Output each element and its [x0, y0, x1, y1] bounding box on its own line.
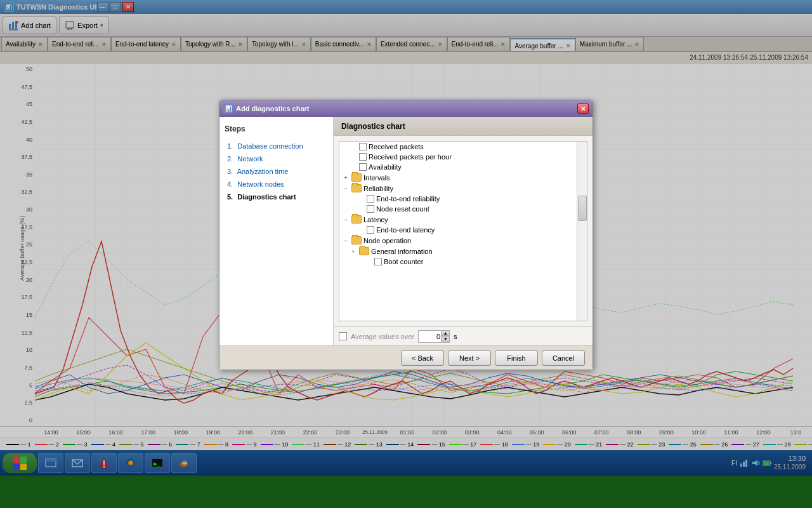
tree-label: Received packets per hour	[369, 153, 452, 161]
steps-panel: Steps 1. Database connection 2. Network …	[219, 117, 334, 345]
step-network-nodes[interactable]: 4. Network nodes	[225, 178, 328, 190]
tree-label: Intervals	[363, 174, 390, 182]
tree-node-end-to-end-reliability[interactable]: End-to-end reliability	[339, 194, 587, 204]
tree-checkbox-end-to-end-latency[interactable]	[367, 226, 374, 234]
tree-label: End-to-end reliability	[376, 195, 440, 203]
step-diagnostics-chart[interactable]: 5. Diagnostics chart	[225, 190, 328, 203]
folder-icon-node-operation	[351, 236, 362, 244]
content-panel: Diagnostics chart Received packets Recei…	[334, 117, 593, 345]
tree-checkbox-end-to-end-reliability[interactable]	[367, 195, 374, 203]
step-label: Diagnostics chart	[237, 193, 296, 201]
folder-icon-intervals	[351, 173, 362, 182]
modal-overlay: 📊 Add diagnostics chart ✕ Steps 1. Datab…	[0, 0, 812, 508]
step-label: Analyzation time	[237, 168, 289, 175]
tree-spacer	[357, 195, 365, 203]
tree-node-intervals[interactable]: + Intervals	[339, 172, 587, 183]
tree-spacer	[357, 226, 365, 234]
tree-node-received-packets-per-hour[interactable]: Received packets per hour	[339, 152, 587, 162]
cancel-button[interactable]: Cancel	[542, 351, 585, 366]
dialog-icon: 📊	[223, 104, 233, 114]
avg-unit-label: s	[454, 333, 457, 340]
scrollbar-thumb[interactable]	[578, 196, 587, 221]
tree-checkbox-boot-counter[interactable]	[374, 258, 382, 265]
tree-scrollbar[interactable]	[577, 142, 587, 321]
average-values-row: Average values over ▲ ▼ s	[334, 326, 593, 345]
tree-label: Boot counter	[384, 258, 423, 265]
tree-toggle-general-info[interactable]: +	[350, 248, 357, 255]
tree-checkbox-received-packets[interactable]	[359, 143, 367, 150]
folder-icon-reliability	[351, 184, 362, 192]
tree-label: Availability	[369, 163, 402, 171]
tree-checkbox-availability[interactable]	[359, 163, 367, 171]
step-label: Network nodes	[237, 180, 284, 188]
tree-node-boot-counter[interactable]: Boot counter	[339, 257, 587, 267]
content-panel-header: Diagnostics chart	[334, 117, 593, 136]
tree-node-latency[interactable]: − Latency	[339, 214, 587, 225]
tree-toggle-latency[interactable]: −	[342, 216, 350, 224]
tree-label: Received packets	[369, 143, 424, 150]
spin-down-button[interactable]: ▼	[441, 336, 450, 342]
tree-node-reliability[interactable]: − Reliability	[339, 183, 587, 194]
folder-icon-general-information	[359, 247, 369, 255]
step-network[interactable]: 2. Network	[225, 152, 328, 165]
step-label: Database connection	[237, 142, 303, 150]
tree-spacer	[350, 163, 357, 171]
diagnostics-tree[interactable]: Received packets Received packets per ho…	[339, 141, 587, 321]
tree-node-general-information[interactable]: + General information	[339, 246, 587, 257]
avg-values-checkbox[interactable]	[339, 332, 347, 340]
next-button[interactable]: Next >	[448, 351, 491, 366]
avg-spinner[interactable]: ▲ ▼	[441, 330, 450, 343]
step-database-connection[interactable]: 1. Database connection	[225, 140, 328, 152]
tree-label: Reliability	[363, 185, 393, 192]
tree-label: General information	[371, 248, 433, 255]
tree-spacer	[365, 258, 372, 265]
step-label: Network	[237, 155, 263, 163]
steps-header: Steps	[225, 124, 328, 133]
finish-button[interactable]: Finish	[495, 351, 538, 366]
tree-label: End-to-end latency	[376, 226, 435, 234]
tree-checkbox-received-packets-per-hour[interactable]	[359, 153, 367, 161]
folder-icon-latency	[351, 215, 362, 224]
tree-node-node-reset-count[interactable]: Node reset count	[339, 204, 587, 214]
tree-node-end-to-end-latency[interactable]: End-to-end latency	[339, 225, 587, 235]
tree-toggle-reliability[interactable]: −	[342, 185, 350, 192]
tree-node-node-operation[interactable]: − Node operation	[339, 235, 587, 246]
dialog-body: Steps 1. Database connection 2. Network …	[219, 117, 593, 345]
dialog-title: Add diagnostics chart	[236, 105, 310, 112]
avg-values-label: Average values over	[351, 333, 414, 340]
dialog-close-button[interactable]: ✕	[577, 104, 589, 114]
tree-node-received-packets[interactable]: Received packets	[339, 142, 587, 152]
add-diagnostics-dialog: 📊 Add diagnostics chart ✕ Steps 1. Datab…	[219, 100, 593, 370]
tree-spacer	[357, 205, 365, 213]
tree-label: Latency	[363, 216, 388, 224]
back-button[interactable]: < Back	[401, 351, 444, 366]
tree-spacer	[350, 143, 357, 150]
tree-toggle-node-operation[interactable]: −	[342, 237, 350, 244]
tree-label: Node reset count	[376, 205, 429, 213]
spin-up-button[interactable]: ▲	[441, 330, 450, 336]
tree-node-availability[interactable]: Availability	[339, 162, 587, 172]
tree-label: Node operation	[363, 237, 411, 244]
step-analyzation-time[interactable]: 3. Analyzation time	[225, 165, 328, 178]
dialog-buttons-row: < Back Next > Finish Cancel	[219, 345, 593, 370]
tree-toggle-intervals[interactable]: +	[342, 174, 350, 182]
tree-checkbox-node-reset-count[interactable]	[367, 205, 374, 213]
tree-spacer	[350, 153, 357, 161]
dialog-titlebar: 📊 Add diagnostics chart ✕	[219, 100, 593, 117]
